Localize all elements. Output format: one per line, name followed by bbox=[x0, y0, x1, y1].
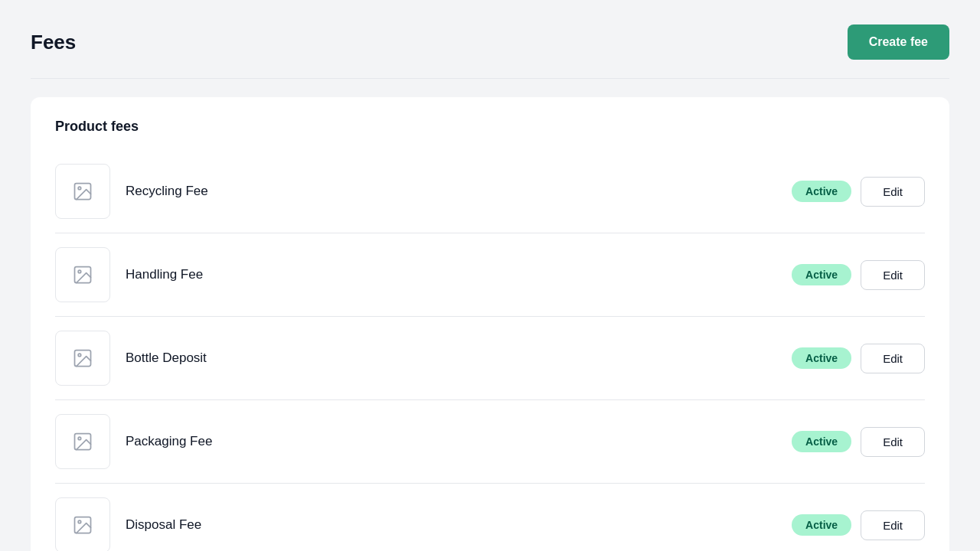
svg-point-5 bbox=[78, 354, 81, 357]
table-row: Packaging Fee Active Edit bbox=[55, 400, 925, 484]
header-divider bbox=[31, 78, 949, 79]
image-icon bbox=[72, 181, 93, 202]
table-row: Recycling Fee Active Edit bbox=[55, 150, 925, 233]
fee-actions: Active Edit bbox=[792, 427, 925, 457]
fee-list: Recycling Fee Active Edit Handling Fee bbox=[55, 150, 925, 551]
section-title: Product fees bbox=[55, 119, 925, 135]
fee-icon-box bbox=[55, 164, 110, 219]
status-badge: Active bbox=[792, 347, 851, 369]
image-icon bbox=[72, 431, 93, 452]
table-row: Disposal Fee Active Edit bbox=[55, 484, 925, 551]
image-icon bbox=[72, 347, 93, 369]
edit-button[interactable]: Edit bbox=[861, 260, 925, 290]
table-row: Handling Fee Active Edit bbox=[55, 233, 925, 317]
page-title: Fees bbox=[31, 31, 76, 54]
fee-name: Bottle Deposit bbox=[126, 350, 792, 366]
fee-icon-box bbox=[55, 414, 110, 469]
fee-actions: Active Edit bbox=[792, 344, 925, 373]
fee-name: Disposal Fee bbox=[126, 517, 792, 533]
edit-button[interactable]: Edit bbox=[861, 510, 925, 540]
svg-point-9 bbox=[78, 520, 81, 523]
fee-icon-box bbox=[55, 497, 110, 551]
page-container: Fees Create fee Product fees Recycling F… bbox=[0, 0, 980, 551]
product-fees-card: Product fees Recycling Fee Active Edit bbox=[31, 97, 949, 551]
svg-point-7 bbox=[78, 437, 81, 440]
table-row: Bottle Deposit Active Edit bbox=[55, 317, 925, 400]
image-icon bbox=[72, 514, 93, 536]
fee-actions: Active Edit bbox=[792, 260, 925, 290]
status-badge: Active bbox=[792, 514, 851, 536]
fee-name: Handling Fee bbox=[126, 267, 792, 282]
status-badge: Active bbox=[792, 431, 851, 452]
fee-actions: Active Edit bbox=[792, 177, 925, 207]
fee-name: Recycling Fee bbox=[126, 184, 792, 199]
status-badge: Active bbox=[792, 264, 851, 285]
fee-icon-box bbox=[55, 247, 110, 302]
edit-button[interactable]: Edit bbox=[861, 427, 925, 457]
create-fee-button[interactable]: Create fee bbox=[848, 24, 949, 60]
image-icon bbox=[72, 264, 93, 285]
fee-name: Packaging Fee bbox=[126, 434, 792, 449]
svg-point-1 bbox=[78, 187, 81, 190]
status-badge: Active bbox=[792, 181, 851, 202]
fee-actions: Active Edit bbox=[792, 510, 925, 540]
svg-point-3 bbox=[78, 270, 81, 273]
page-header: Fees Create fee bbox=[31, 24, 949, 60]
edit-button[interactable]: Edit bbox=[861, 344, 925, 373]
fee-icon-box bbox=[55, 331, 110, 386]
edit-button[interactable]: Edit bbox=[861, 177, 925, 207]
